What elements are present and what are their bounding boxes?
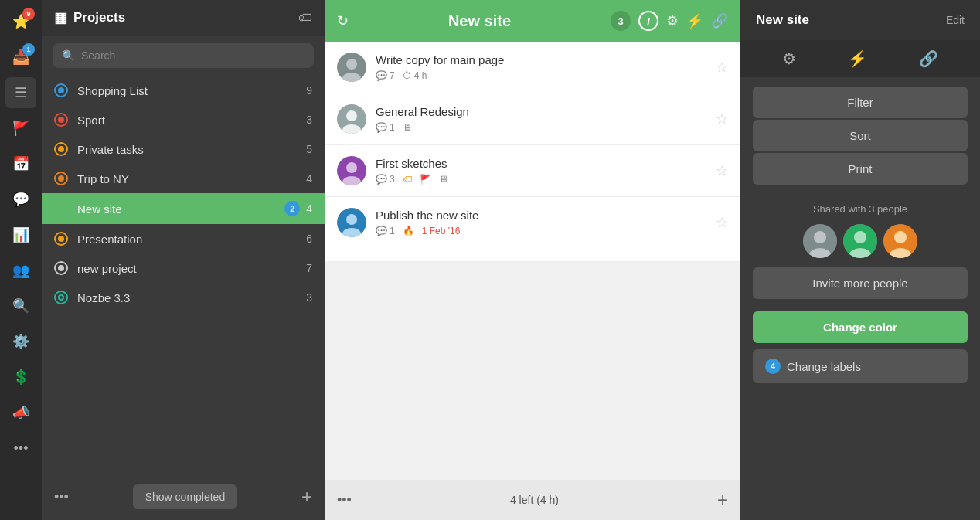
project-name-nozbe: Nozbe 3.3 bbox=[77, 291, 306, 304]
chart-nav-item[interactable]: 📊 bbox=[5, 219, 36, 250]
info-icon[interactable]: i bbox=[638, 11, 658, 31]
list-item[interactable]: Presentation 6 bbox=[42, 224, 325, 253]
link-icon[interactable]: 🔗 bbox=[711, 12, 728, 29]
gear-icon[interactable]: ⚙ bbox=[666, 12, 679, 29]
time-estimate: ⏱ 4 h bbox=[403, 70, 427, 81]
star-button[interactable]: ☆ bbox=[716, 59, 728, 76]
sort-button[interactable]: Sort bbox=[753, 120, 968, 151]
project-count-newsite: 4 bbox=[306, 202, 312, 215]
list-item[interactable]: new project 7 bbox=[42, 253, 325, 283]
star-nav-item[interactable]: ⭐ 9 bbox=[5, 6, 36, 37]
star-button[interactable]: ☆ bbox=[716, 162, 728, 179]
comment-icon: 💬 bbox=[376, 174, 387, 185]
task-meta: 💬 1 🖥 bbox=[376, 122, 708, 133]
task-count-badge: 3 bbox=[611, 11, 631, 31]
search-box[interactable]: 🔍 bbox=[53, 43, 314, 68]
gear-right-icon[interactable]: ⚙ bbox=[778, 45, 801, 73]
projects-nav-item[interactable]: ☰ bbox=[5, 77, 36, 108]
avatar bbox=[803, 224, 837, 258]
more-nav-item[interactable]: ••• bbox=[5, 433, 36, 464]
inbox-nav-item[interactable]: 📥 1 bbox=[5, 42, 36, 73]
show-completed-button[interactable]: Show completed bbox=[133, 484, 238, 509]
money-nav-item[interactable]: 💲 bbox=[5, 362, 36, 393]
refresh-icon[interactable]: ↻ bbox=[337, 12, 349, 29]
screen-icon-item: 🖥 bbox=[439, 174, 448, 185]
change-labels-button[interactable]: 4 Change labels bbox=[753, 349, 968, 383]
svg-point-10 bbox=[346, 214, 357, 225]
list-item[interactable]: Nozbe 3.3 3 bbox=[42, 283, 325, 312]
right-panel-title: New site bbox=[756, 12, 809, 28]
avatar bbox=[843, 224, 877, 258]
table-row[interactable]: Publish the new site 💬 1 🔥 1 Feb '16 ☆ bbox=[325, 197, 740, 248]
megaphone-nav-item[interactable]: 📣 bbox=[5, 397, 36, 428]
shared-title: Shared with 3 people bbox=[753, 203, 968, 215]
chat-nav-item[interactable]: 💬 bbox=[5, 184, 36, 215]
settings-nav-item[interactable]: ⚙️ bbox=[5, 326, 36, 357]
projects-panel: ▦ Projects 🏷 🔍 Shopping List 9 Sport 3 P… bbox=[42, 0, 325, 520]
search-nav-item[interactable]: 🔍 bbox=[5, 291, 36, 321]
tag-icon[interactable]: 🏷 bbox=[298, 10, 312, 26]
print-button[interactable]: Print bbox=[753, 153, 968, 185]
project-dot-nozbe bbox=[54, 291, 68, 304]
project-dot-presentation bbox=[54, 232, 68, 246]
project-count-trip: 4 bbox=[306, 172, 312, 185]
calendar-nav-item[interactable]: 📅 bbox=[5, 148, 36, 179]
avatar bbox=[337, 156, 366, 185]
comment-icon: 💬 bbox=[376, 122, 387, 133]
right-action-buttons: Filter Sort Print bbox=[740, 77, 980, 194]
more-tasks-button[interactable]: ••• bbox=[337, 492, 352, 508]
grid-icon: ▦ bbox=[54, 9, 67, 26]
project-count-presentation: 6 bbox=[306, 233, 312, 245]
project-badge-newsite: 2 bbox=[284, 201, 300, 216]
list-item[interactable]: Sport 3 bbox=[42, 105, 325, 134]
task-content: First sketches 💬 3 🏷 🚩 🖥 bbox=[376, 157, 708, 185]
search-input[interactable] bbox=[81, 49, 305, 62]
fire-icon-item: 🔥 bbox=[403, 226, 414, 236]
task-name: First sketches bbox=[376, 157, 708, 170]
change-color-button[interactable]: Change color bbox=[753, 311, 968, 343]
people-nav-item[interactable]: 👥 bbox=[5, 255, 36, 286]
table-row[interactable]: Write copy for main page 💬 7 ⏱ 4 h ☆ bbox=[325, 42, 740, 93]
money-icon: 💲 bbox=[12, 369, 29, 386]
projects-icon: ☰ bbox=[15, 84, 27, 101]
comment-count: 💬 7 bbox=[376, 70, 395, 81]
task-content: General Redesign 💬 1 🖥 bbox=[376, 105, 708, 133]
task-name: Publish the new site bbox=[376, 209, 708, 222]
tasks-panel: ↻ New site 3 i ⚙ ⚡ 🔗 Write copy for main… bbox=[325, 0, 740, 520]
list-item[interactable]: Private tasks 5 bbox=[42, 134, 325, 164]
lightning-icon[interactable]: ⚡ bbox=[686, 12, 703, 29]
chat-icon: 💬 bbox=[12, 191, 29, 208]
project-name-presentation: Presentation bbox=[77, 233, 306, 246]
table-row[interactable]: General Redesign 💬 1 🖥 ☆ bbox=[325, 93, 740, 145]
screen-icon: 🖥 bbox=[439, 174, 448, 185]
calendar-icon: 📅 bbox=[12, 155, 29, 172]
svg-point-16 bbox=[854, 231, 866, 243]
more-projects-button[interactable]: ••• bbox=[54, 489, 69, 505]
flag-nav-item[interactable]: 🚩 bbox=[5, 113, 36, 144]
list-item[interactable]: Trip to NY 4 bbox=[42, 164, 325, 193]
star-badge: 9 bbox=[22, 8, 35, 20]
star-button[interactable]: ☆ bbox=[716, 214, 728, 231]
comment-count: 💬 1 bbox=[376, 122, 395, 133]
right-top-icons: ⚙ ⚡ 🔗 bbox=[740, 40, 980, 77]
lightning-right-icon[interactable]: ⚡ bbox=[843, 45, 872, 73]
flag-orange-icon: 🏷 bbox=[403, 174, 412, 185]
invite-button[interactable]: Invite more people bbox=[753, 267, 968, 299]
filter-button[interactable]: Filter bbox=[753, 87, 968, 118]
svg-point-13 bbox=[814, 231, 826, 243]
table-row[interactable]: First sketches 💬 3 🏷 🚩 🖥 ☆ bbox=[325, 145, 740, 197]
comment-icon: 💬 bbox=[376, 226, 387, 236]
edit-button[interactable]: Edit bbox=[946, 14, 965, 26]
list-item[interactable]: New site 2 4 bbox=[42, 193, 325, 224]
tasks-header: ↻ New site 3 i ⚙ ⚡ 🔗 bbox=[325, 0, 740, 42]
link-right-icon[interactable]: 🔗 bbox=[914, 45, 943, 73]
svg-point-7 bbox=[346, 162, 357, 173]
flag-red-icon: 🚩 bbox=[420, 174, 431, 185]
project-dot-private bbox=[54, 142, 68, 156]
projects-title-area: ▦ Projects bbox=[54, 9, 125, 26]
add-project-button[interactable]: + bbox=[301, 486, 312, 508]
star-button[interactable]: ☆ bbox=[716, 110, 728, 127]
people-icon: 👥 bbox=[12, 262, 29, 279]
add-task-button[interactable]: + bbox=[717, 489, 728, 511]
list-item[interactable]: Shopping List 9 bbox=[42, 76, 325, 105]
